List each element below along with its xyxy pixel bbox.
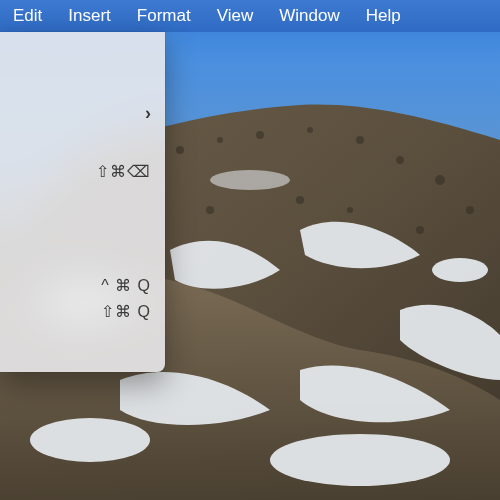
svg-point-15 <box>206 206 214 214</box>
menu-item[interactable] <box>0 184 165 214</box>
svg-point-3 <box>210 170 290 190</box>
dropdown-menu: › ⇧⌘⌫ ^ ⌘ Q ⇧⌘ Q <box>0 32 165 372</box>
svg-point-18 <box>416 226 424 234</box>
svg-point-10 <box>396 156 404 164</box>
menu-insert[interactable]: Insert <box>55 0 124 32</box>
svg-point-1 <box>270 434 450 486</box>
svg-point-7 <box>256 131 264 139</box>
svg-point-11 <box>435 175 445 185</box>
shortcut-label: ⇧⌘⌫ <box>96 162 151 181</box>
menu-window[interactable]: Window <box>266 0 352 32</box>
svg-point-0 <box>30 418 150 462</box>
shortcut-label: ⇧⌘ Q <box>101 302 151 321</box>
menu-item[interactable] <box>0 68 165 98</box>
chevron-right-icon: › <box>145 103 151 124</box>
menu-item[interactable]: ^ ⌘ Q <box>0 272 165 298</box>
menubar: Edit Insert Format View Window Help <box>0 0 500 32</box>
menu-item[interactable] <box>0 214 165 244</box>
svg-point-17 <box>347 207 353 213</box>
svg-point-8 <box>307 127 313 133</box>
shortcut-label: ^ ⌘ Q <box>101 276 151 295</box>
menu-item[interactable]: ⇧⌘ Q <box>0 298 165 324</box>
svg-point-9 <box>356 136 364 144</box>
svg-point-5 <box>176 146 184 154</box>
menu-help[interactable]: Help <box>353 0 414 32</box>
svg-point-16 <box>296 196 304 204</box>
svg-point-12 <box>466 206 474 214</box>
svg-point-2 <box>432 258 488 282</box>
menu-item-submenu[interactable]: › <box>0 98 165 128</box>
menu-edit[interactable]: Edit <box>0 0 55 32</box>
menu-view[interactable]: View <box>204 0 267 32</box>
menu-format[interactable]: Format <box>124 0 204 32</box>
svg-point-6 <box>217 137 223 143</box>
menu-item[interactable]: ⇧⌘⌫ <box>0 158 165 184</box>
menu-item[interactable] <box>0 128 165 158</box>
menu-item[interactable] <box>0 38 165 68</box>
